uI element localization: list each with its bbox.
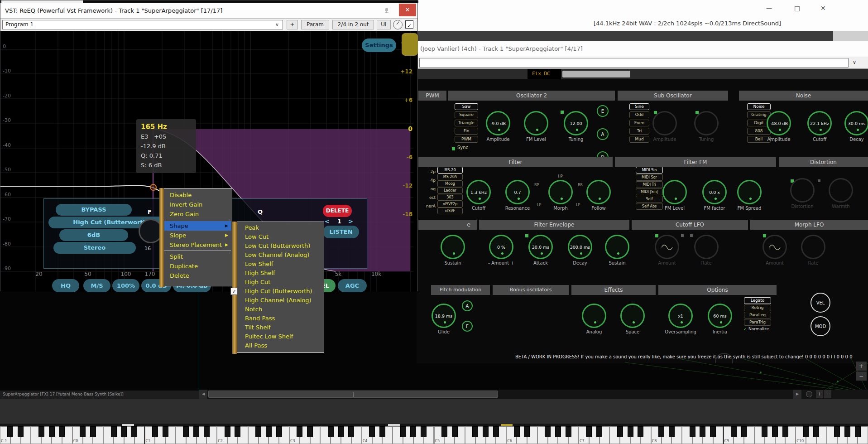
track-strip[interactable]: SuperArpeggiator [FX] 17 [Yutani Mono Ba… xyxy=(0,391,199,399)
filterfm-spread-knob[interactable]: FM Spread xyxy=(731,180,767,211)
piano-black-key[interactable] xyxy=(586,426,592,437)
warmth-knob[interactable]: Warmth xyxy=(823,178,859,209)
cutofflfo-rate-knob[interactable]: Rate xyxy=(688,235,724,265)
noise-decay-knob[interactable]: 30.0 msDecay xyxy=(839,111,868,142)
maximize-button[interactable]: □ xyxy=(794,5,800,12)
preset-add-button[interactable]: + xyxy=(287,20,298,29)
submenu-item-high-shelf[interactable]: High Shelf xyxy=(238,269,323,278)
piano-black-key[interactable] xyxy=(762,426,767,437)
noise-amplitude-knob[interactable]: -48.0 dBAmplitude xyxy=(761,111,797,142)
piano-black-key[interactable] xyxy=(658,426,664,437)
virtual-midi-keyboard[interactable]: C-1C0C1C2C3C4C5C6C7C8C9C10 xyxy=(0,426,868,444)
piano-black-key[interactable] xyxy=(617,426,623,437)
piano-black-key[interactable] xyxy=(328,426,334,437)
glide-knob[interactable]: 18.9 msGlide xyxy=(426,304,462,334)
piano-black-key[interactable] xyxy=(555,426,561,437)
osc2-wave-fin[interactable]: Fin xyxy=(455,128,478,135)
osc2-sync-led[interactable] xyxy=(452,147,455,150)
piano-black-key[interactable] xyxy=(276,426,282,437)
combo-dropdown-icon[interactable]: ∨ xyxy=(275,20,279,29)
piano-black-key[interactable] xyxy=(204,426,210,437)
piano-black-key[interactable] xyxy=(152,426,158,437)
band-bypass-button[interactable]: BYPASS xyxy=(56,204,132,216)
oversampling-knob[interactable]: x1Oversampling xyxy=(662,304,699,334)
morphlfo-rate-knob[interactable]: Rate xyxy=(795,235,831,265)
hq-toggle[interactable]: HQ xyxy=(52,279,79,292)
menu-item-split[interactable]: Split xyxy=(164,252,231,261)
bypass-checkbox[interactable]: ✓ xyxy=(405,20,413,29)
close-window-icon[interactable]: ✕ xyxy=(820,5,826,12)
piano-black-key[interactable] xyxy=(297,426,302,437)
zoom-knob-icon[interactable] xyxy=(806,391,812,397)
piano-black-key[interactable] xyxy=(7,426,13,437)
mod-wheel[interactable]: MOD xyxy=(810,316,830,336)
piano-black-key[interactable] xyxy=(235,426,240,437)
pin-icon[interactable] xyxy=(383,7,390,14)
piano-black-key[interactable] xyxy=(400,426,406,437)
menu-item-slope[interactable]: Slope▶ xyxy=(164,231,231,240)
noise-cutoff-knob[interactable]: 22.1 kHzCutoff xyxy=(801,111,838,142)
piano-black-key[interactable] xyxy=(690,426,695,437)
pitchmod-a-button[interactable]: A xyxy=(462,300,473,311)
submenu-item-all-pass[interactable]: All Pass xyxy=(238,341,323,350)
submenu-item-pultec-low-shelf[interactable]: Pultec Low Shelf xyxy=(238,332,323,341)
osc2-a-button[interactable]: A xyxy=(597,128,609,140)
filterfm-factor-knob[interactable]: 0.0 xFM factor xyxy=(696,180,733,211)
ui-button[interactable]: UI xyxy=(377,20,391,29)
submenu-item-peak[interactable]: Peak xyxy=(238,223,323,232)
osc2-sync-label[interactable]: Sync xyxy=(457,145,468,150)
filter-type-nlsvf[interactable]: nlSVF xyxy=(437,208,463,214)
piano-black-key[interactable] xyxy=(338,426,344,437)
piano-black-key[interactable] xyxy=(121,426,127,437)
menu-item-duplicate[interactable]: Duplicate xyxy=(164,261,231,271)
normalize-label[interactable]: Normalize xyxy=(748,327,769,331)
piano-black-key[interactable] xyxy=(18,426,24,437)
wet-knob-icon[interactable] xyxy=(393,20,403,29)
scroll-left-button[interactable]: ◀ xyxy=(199,390,207,399)
piano-black-key[interactable] xyxy=(596,426,602,437)
normalize-check-icon[interactable]: ✓ xyxy=(743,327,747,331)
band-slope-button[interactable]: 6dB xyxy=(59,229,128,241)
submenu-item-notch[interactable]: Notch xyxy=(238,305,323,314)
piano-black-key[interactable] xyxy=(855,426,861,437)
morphlfo-amount-knob[interactable]: Amount xyxy=(757,235,793,265)
filter-type-moog[interactable]: Moog xyxy=(437,180,463,187)
filter-pole-5[interactable]: nerA xyxy=(420,204,436,208)
noise-type-noise[interactable]: Noise xyxy=(747,103,771,110)
band-delete-button[interactable]: DELETE xyxy=(323,205,352,217)
menu-item-stereo-placement[interactable]: Stereo Placement▶ xyxy=(164,240,231,250)
pitchmod-f-button[interactable]: F xyxy=(462,321,473,332)
hzoom-minus-button[interactable]: − xyxy=(824,390,831,398)
filter-resonance-knob[interactable]: 0.7Resonance xyxy=(499,180,536,211)
osc2-wave-pwm[interactable]: PWM xyxy=(455,136,478,143)
piano-black-key[interactable] xyxy=(772,426,778,437)
osc2-wave-triangle[interactable]: Triangle xyxy=(455,120,478,126)
piano-black-key[interactable] xyxy=(163,426,168,437)
band-listen-button[interactable]: LISTEN xyxy=(323,226,359,238)
piano-black-key[interactable] xyxy=(545,426,551,437)
filterfm-midi-sin[interactable]: MIDI Sin xyxy=(636,167,663,174)
options-paratrig[interactable]: ParaTrig xyxy=(744,319,771,326)
submenu-item-low-cut[interactable]: Low Cut xyxy=(238,232,323,241)
filter-cutoff-knob[interactable]: 1.3 kHzCutoff xyxy=(460,180,497,211)
filter-pole-3[interactable]: og xyxy=(420,187,436,191)
piano-black-key[interactable] xyxy=(472,426,478,437)
piano-black-key[interactable] xyxy=(741,426,747,437)
filter-follow-knob[interactable]: Follow xyxy=(580,180,617,211)
piano-black-key[interactable] xyxy=(80,426,86,437)
distortion-knob[interactable]: Distortion xyxy=(784,178,820,209)
piano-black-key[interactable] xyxy=(379,426,385,437)
horizontal-scrollbar[interactable]: ◀ ▶ + − xyxy=(199,390,868,399)
submenu-item-low-channel-analog[interactable]: Low Channel (Analog) xyxy=(238,251,323,260)
filterenv-amount-knob[interactable]: 0 %- Amount + xyxy=(483,235,519,265)
piano-black-key[interactable] xyxy=(834,426,840,437)
io-button[interactable]: 2/4 in 2 out xyxy=(332,20,374,29)
osc2-wave-saw[interactable]: Saw xyxy=(455,103,478,110)
submenu-item-high-cut-butterworth[interactable]: High Cut (Butterworth) xyxy=(238,287,323,296)
submenu-item-high-channel-analog[interactable]: High Channel (Analog) xyxy=(238,296,323,305)
filterenv-decay-knob[interactable]: 300.0 msDecay xyxy=(562,235,598,265)
scale-button[interactable]: 100% xyxy=(112,279,139,292)
submenu-item-low-shelf[interactable]: Low Shelf xyxy=(238,260,323,269)
piano-black-key[interactable] xyxy=(421,426,427,437)
options-legato[interactable]: Legato xyxy=(744,297,771,304)
